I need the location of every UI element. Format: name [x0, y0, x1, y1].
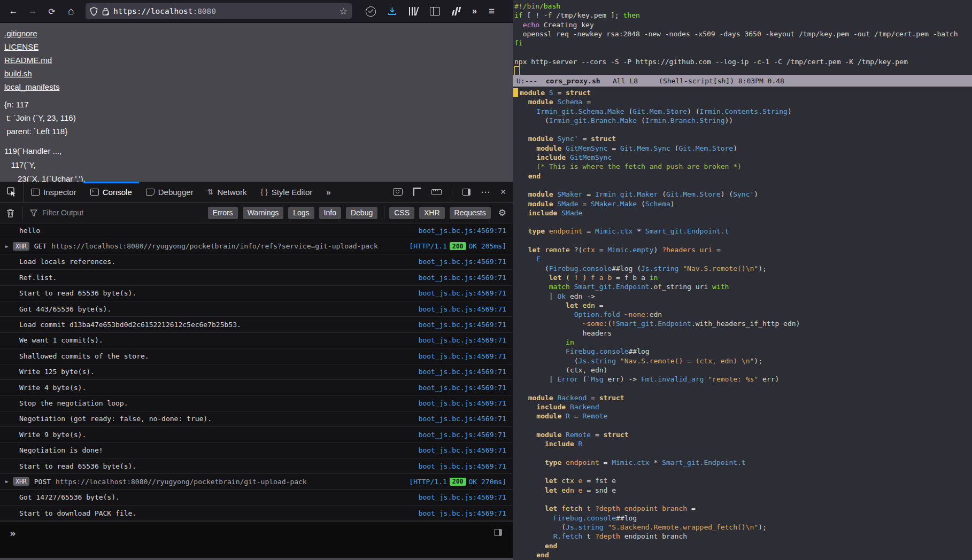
ocaml-code-line: module Remote = struct — [520, 430, 972, 439]
level-filter-buttons: ErrorsWarningsLogsInfoDebug — [203, 207, 378, 219]
bash-code-line: #!/bin/bash — [514, 2, 972, 11]
pick-element-button[interactable] — [0, 182, 24, 202]
ocaml-code-line: module GitMemSync = Git.Mem.Sync (Git.Me… — [520, 144, 972, 153]
source-link[interactable]: boot_js.bc.js:4569:71 — [412, 462, 506, 470]
close-devtools-icon[interactable]: ✕ — [500, 188, 506, 196]
sidebar-icon[interactable] — [430, 7, 440, 15]
tab-debugger[interactable]: Debugger — [139, 182, 200, 202]
ocaml-code-line — [520, 125, 972, 134]
dock-icon[interactable] — [462, 189, 470, 196]
file-link[interactable]: .gitignore — [4, 27, 59, 40]
filter-output-input[interactable]: Filter Output — [22, 206, 203, 219]
source-link[interactable]: boot_js.bc.js:4569:71 — [412, 509, 506, 517]
modeline-prefix: U:--- — [516, 77, 546, 85]
log-message: We want 1 commit(s). — [19, 336, 103, 344]
forward-button[interactable]: → — [25, 4, 41, 19]
url-bar[interactable]: https://localhost:8080 ☆ — [86, 3, 352, 19]
tab-console[interactable]: Console — [83, 182, 139, 202]
tab-style-editor[interactable]: { }Style Editor — [253, 182, 319, 202]
file-link[interactable]: build.sh — [4, 67, 59, 80]
rulers-icon[interactable] — [413, 188, 421, 196]
file-link[interactable]: README.md — [4, 53, 59, 67]
filter-button-info[interactable]: Info — [319, 207, 341, 219]
tab-label: Debugger — [158, 188, 194, 197]
console-log-row: Ref.list.boot_js.bc.js:4569:71 — [0, 270, 513, 285]
request-url[interactable]: https://localhost:8080//ryugyong/pocketb… — [51, 242, 377, 250]
ocaml-code-line: let edn = — [520, 301, 972, 310]
bash-code-line: openssl req -newkey rsa:2048 -new -nodes… — [514, 29, 972, 38]
console-log-row: Got 14727/65536 byte(s).boot_js.bc.js:45… — [0, 490, 513, 505]
clear-console-icon[interactable] — [6, 208, 14, 217]
filter-button-warnings[interactable]: Warnings — [243, 207, 284, 219]
lock-icon[interactable] — [102, 7, 109, 15]
toolbar-overflow-icon[interactable]: » — [472, 6, 477, 16]
source-link[interactable]: boot_js.bc.js:4569:71 — [412, 446, 506, 454]
ocaml-code-line — [520, 449, 972, 458]
ocaml-code-line: include GitMemSync — [520, 153, 972, 162]
library-icon[interactable] — [408, 7, 418, 15]
filter-button-logs[interactable]: Logs — [288, 207, 314, 219]
source-link[interactable]: boot_js.bc.js:4569:71 — [412, 336, 506, 344]
bash-buffer[interactable]: #!/bin/bashif [ ! -f /tmp/key.pem ]; the… — [513, 2, 972, 75]
source-link[interactable]: boot_js.bc.js:4569:71 — [412, 227, 506, 235]
tracking-shield-icon[interactable] — [90, 7, 98, 16]
source-link[interactable]: boot_js.bc.js:4569:71 — [412, 352, 506, 360]
ocaml-code-line — [520, 181, 972, 190]
home-button[interactable]: ⌂ — [63, 4, 79, 19]
reload-button[interactable]: ⟳ — [44, 4, 60, 19]
source-link[interactable]: boot_js.bc.js:4569:71 — [412, 258, 506, 266]
file-link[interactable]: local_manifests — [4, 80, 59, 94]
source-link[interactable]: boot_js.bc.js:4569:71 — [412, 305, 506, 313]
source-link[interactable]: boot_js.bc.js:4569:71 — [412, 274, 506, 282]
source-link[interactable]: boot_js.bc.js:4569:71 — [412, 399, 506, 407]
tab-network[interactable]: ⇅Network — [200, 182, 254, 202]
http-method: POST — [34, 478, 51, 486]
bash-code-line — [514, 48, 972, 57]
meatball-menu-icon[interactable]: ⋯ — [481, 186, 490, 198]
filter-button-xhr[interactable]: XHR — [419, 207, 445, 219]
filter-button-errors[interactable]: Errors — [208, 207, 238, 219]
log-message: Write 125 byte(s). — [19, 368, 95, 376]
devtools-toolbar-buttons: ⋯ ✕ — [393, 182, 513, 202]
file-link[interactable]: LICENSE — [4, 40, 59, 53]
ocaml-code-line: | Error (`Msg err) -> Fmt.invalid_arg "r… — [520, 375, 972, 384]
page-content: .gitignoreLICENSEREADME.mdbuild.shlocal_… — [0, 23, 513, 182]
toolbar-right-icons: » ≡ — [366, 5, 495, 17]
source-link[interactable]: boot_js.bc.js:4569:71 — [412, 289, 506, 297]
split-console-icon[interactable] — [494, 529, 502, 536]
bash-code-line: fi — [514, 38, 972, 48]
expand-twisty-icon[interactable]: ▶ — [5, 479, 13, 484]
measure-icon[interactable] — [431, 189, 442, 195]
filter-button-requests[interactable]: Requests — [450, 207, 491, 219]
ocaml-code-line: (ctx, edn) — [520, 365, 972, 375]
source-link[interactable]: boot_js.bc.js:4569:71 — [412, 493, 506, 501]
source-link[interactable]: boot_js.bc.js:4569:71 — [412, 384, 506, 392]
back-button[interactable]: ← — [5, 4, 21, 19]
ocaml-code-line — [520, 467, 972, 476]
request-url[interactable]: https://localhost:8080//ryugyong/pocketb… — [56, 478, 307, 486]
console-log-row: Negotiation is done!boot_js.bc.js:4569:7… — [0, 442, 513, 458]
ocaml-code-line: (Js.string "S.Backend.Remote.wrapped_fet… — [520, 523, 972, 532]
bookmark-star-icon[interactable]: ☆ — [340, 6, 348, 17]
http-proto: [HTTP/1.1 — [409, 478, 446, 486]
source-link[interactable]: boot_js.bc.js:4569:71 — [412, 368, 506, 376]
screenshot-icon[interactable] — [393, 188, 403, 196]
console-settings-gear-icon[interactable]: ⚙ — [498, 207, 506, 219]
ocaml-code-line: (Js.string "Nav.S.remote() = (ctx, edn) … — [520, 356, 972, 365]
pocket-icon[interactable] — [366, 6, 376, 17]
tab-label: Console — [103, 188, 132, 197]
console-prompt[interactable]: » — [0, 522, 513, 560]
ocaml-code-line: ~some:(!Smart_git.Endpoint.with_headers_… — [520, 319, 972, 328]
source-link[interactable]: boot_js.bc.js:4569:71 — [412, 321, 506, 329]
filter-button-css[interactable]: CSS — [389, 207, 414, 219]
source-link[interactable]: boot_js.bc.js:4569:71 — [412, 415, 506, 423]
ocaml-buffer[interactable]: module S = struct module Schema = Irmin_… — [513, 88, 972, 560]
tab-inspector[interactable]: Inspector — [24, 182, 83, 202]
account-icon[interactable] — [452, 7, 460, 15]
filter-button-debug[interactable]: Debug — [346, 207, 377, 219]
tab-overflow-button[interactable]: » — [319, 182, 337, 202]
expand-twisty-icon[interactable]: ▶ — [5, 244, 13, 249]
menu-icon[interactable]: ≡ — [489, 5, 495, 17]
download-icon[interactable] — [388, 7, 397, 16]
source-link[interactable]: boot_js.bc.js:4569:71 — [412, 431, 506, 439]
